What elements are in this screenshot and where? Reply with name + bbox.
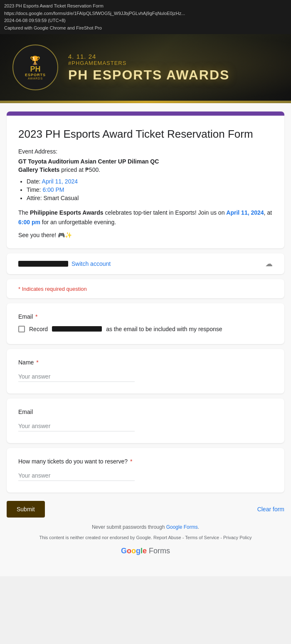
tickets-label: Gallery Tickets (18, 166, 59, 173)
footer-disclaimer: This content is neither created nor endo… (39, 535, 153, 540)
email-field-label: Email * (18, 313, 273, 320)
privacy-link[interactable]: Privacy Policy (223, 535, 252, 540)
banner-hashtag: #PHGAMEMASTERS (68, 60, 229, 66)
terms-link[interactable]: Terms of Service (185, 535, 219, 540)
cloud-icon: ☁ (265, 259, 273, 268)
top-bar: 2023 PH Esports Award Ticket Reservation… (0, 0, 291, 34)
google-logo-text: Google (121, 547, 149, 555)
clear-form-button[interactable]: Clear form (257, 506, 284, 513)
event-date-item: Date: April 11, 2024 (27, 178, 273, 185)
top-bar-captured: Captured with Google Chrome and FireShot… (4, 25, 287, 32)
banner: 🏆 PH ESPORTS AWARDS 4. 11. 24 #PHGAMEMAS… (0, 34, 291, 101)
name-field-label: Name * (18, 359, 273, 366)
logo-awards-text: AWARDS (25, 77, 46, 80)
venue-name: GT Toyota Auditorium Asian Center UP Dil… (18, 158, 159, 165)
tickets-field-label: How many tickets do you want to reserve?… (18, 458, 273, 465)
email-input-wrapper (18, 421, 135, 431)
record-row: Record as the email to be included with … (18, 326, 273, 332)
banner-date: 4. 11. 24 (68, 53, 229, 60)
banner-logo: 🏆 PH ESPORTS AWARDS (12, 45, 58, 90)
account-left: Switch account (18, 260, 111, 267)
email-field-label-2: Email (18, 409, 273, 415)
footer-links: This content is neither created nor endo… (7, 535, 284, 540)
email-field-card: Email (7, 399, 284, 443)
event-description: The Philippine Esports Awards celebrates… (18, 208, 273, 227)
switch-account-link[interactable]: Switch account (72, 260, 111, 267)
email-checkbox-card: Email * Record as the email to be includ… (7, 303, 284, 344)
tickets-input-wrapper (18, 471, 135, 481)
top-bar-datetime: 2024-04-08 09:59:59 (UTC+8) (4, 17, 287, 25)
logo-ph: PH (25, 65, 46, 73)
report-abuse-link[interactable]: Report Abuse (153, 535, 181, 540)
main-content: 2023 PH Esports Award Ticket Reservation… (0, 103, 291, 576)
required-notice: * Indicates required question (7, 279, 284, 298)
account-email-redacted (18, 261, 68, 267)
banner-title: PH ESPORTS AWARDS (68, 68, 229, 82)
forms-logo-text: Forms (149, 547, 170, 555)
logo-laurel-icon: 🏆 (25, 55, 46, 65)
record-text-after: as the email to be included with my resp… (106, 326, 222, 332)
submit-bar: Submit Clear form (7, 498, 284, 524)
footer-warning: Never submit passwords through Google Fo… (7, 524, 284, 530)
tickets-field-card: How many tickets do you want to reserve?… (7, 448, 284, 493)
email-input[interactable] (18, 421, 135, 431)
record-text-before: Record (29, 326, 48, 332)
name-field-card: Name * (7, 349, 284, 394)
tickets-input[interactable] (18, 471, 135, 481)
see-you-text: See you there! 🎮✨ (18, 232, 273, 238)
required-notice-text: * Indicates required question (18, 286, 87, 292)
event-address-label: Event Address: (18, 148, 273, 155)
top-bar-url: https://docs.google.com/forms/d/e/1FAIpQ… (4, 10, 287, 17)
logo-esports: ESPORTS (25, 73, 46, 77)
record-email-redacted (52, 326, 102, 332)
banner-text: 4. 11. 24 #PHGAMEMASTERS PH ESPORTS AWAR… (68, 53, 229, 82)
record-checkbox[interactable] (18, 326, 25, 332)
name-input-wrapper (18, 372, 135, 382)
submit-button[interactable]: Submit (7, 501, 45, 518)
name-input[interactable] (18, 372, 135, 382)
top-bar-title: 2023 PH Esports Award Ticket Reservation… (4, 2, 287, 10)
form-title: 2023 PH Esports Award Ticket Reservation… (18, 127, 273, 141)
tickets-price-value: priced at ₱500. (61, 166, 100, 173)
form-header-card: 2023 PH Esports Award Ticket Reservation… (7, 111, 284, 248)
event-attire-item: Attire: Smart Casual (27, 195, 273, 201)
tickets-price: Gallery Tickets priced at ₱500. (18, 166, 273, 173)
event-details-list: Date: April 11, 2024 Time: 6:00 PM Attir… (18, 178, 273, 201)
venue-text: GT Toyota Auditorium Asian Center UP Dil… (18, 158, 273, 165)
google-forms-link[interactable]: Google Forms (166, 524, 198, 530)
account-bar: Switch account ☁ (7, 253, 284, 274)
google-forms-logo: Google Forms (7, 547, 284, 564)
event-time-item: Time: 6:00 PM (27, 186, 273, 193)
